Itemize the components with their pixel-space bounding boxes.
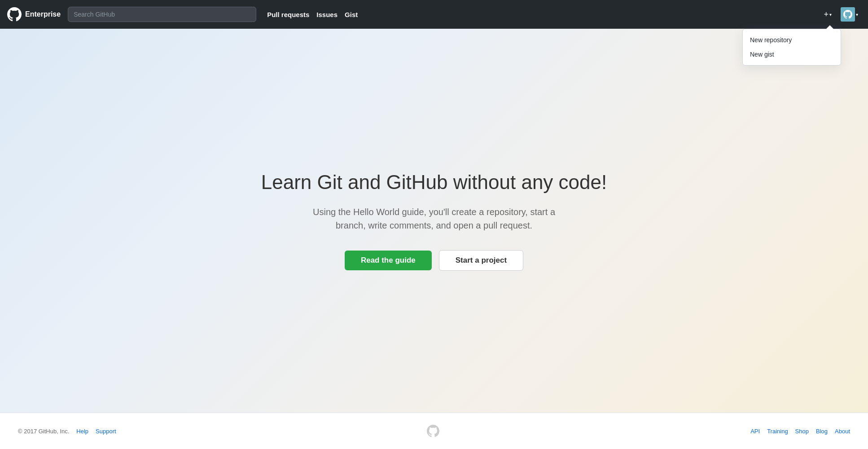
footer-api-link[interactable]: API (750, 428, 760, 435)
footer: © 2017 GitHub, Inc. Help Support API Tra… (0, 413, 868, 449)
footer-about-link[interactable]: About (835, 428, 850, 435)
new-item-dropdown: New repository New gist (742, 29, 841, 66)
navbar-logo[interactable]: Enterprise (7, 7, 61, 22)
nav-issues[interactable]: Issues (316, 9, 338, 20)
plus-icon: + (824, 10, 829, 19)
start-project-button[interactable]: Start a project (439, 250, 523, 271)
navbar: Enterprise Pull requests Issues Gist + ▾… (0, 0, 868, 29)
chevron-down-icon: ▾ (829, 12, 832, 17)
footer-github-icon (427, 425, 439, 437)
nav-pull-requests[interactable]: Pull requests (267, 9, 309, 20)
footer-support-link[interactable]: Support (96, 428, 116, 435)
read-guide-button[interactable]: Read the guide (345, 251, 432, 270)
github-logo-icon (7, 7, 22, 22)
dropdown-item-new-gist[interactable]: New gist (743, 47, 841, 62)
avatar (841, 7, 855, 22)
avatar-button[interactable]: ▾ (838, 5, 861, 23)
avatar-chevron-icon: ▾ (856, 12, 858, 17)
navbar-right: + ▾ ▾ (821, 5, 861, 23)
hero-section: Learn Git and GitHub without any code! U… (0, 29, 868, 413)
footer-copyright: © 2017 GitHub, Inc. (18, 428, 69, 435)
search-input[interactable] (68, 7, 256, 22)
navbar-search[interactable] (68, 7, 256, 22)
footer-help-link[interactable]: Help (76, 428, 88, 435)
dropdown-caret (826, 26, 833, 29)
footer-blog-link[interactable]: Blog (816, 428, 828, 435)
navbar-nav: Pull requests Issues Gist (267, 9, 358, 20)
dropdown-item-new-repository[interactable]: New repository (743, 33, 841, 47)
footer-shop-link[interactable]: Shop (795, 428, 809, 435)
footer-training-link[interactable]: Training (767, 428, 788, 435)
avatar-icon (843, 10, 852, 19)
new-repository-link[interactable]: New repository (743, 33, 841, 47)
footer-center (427, 425, 439, 437)
hero-title: Learn Git and GitHub without any code! (261, 171, 607, 194)
nav-gist[interactable]: Gist (345, 9, 358, 20)
navbar-brand: Enterprise (25, 10, 61, 18)
footer-left: © 2017 GitHub, Inc. Help Support (18, 428, 116, 435)
footer-right: API Training Shop Blog About (750, 428, 850, 435)
new-gist-link[interactable]: New gist (743, 47, 841, 62)
hero-subtitle: Using the Hello World guide, you'll crea… (299, 205, 569, 232)
new-item-button[interactable]: + ▾ (821, 8, 834, 21)
hero-buttons: Read the guide Start a project (345, 250, 523, 271)
